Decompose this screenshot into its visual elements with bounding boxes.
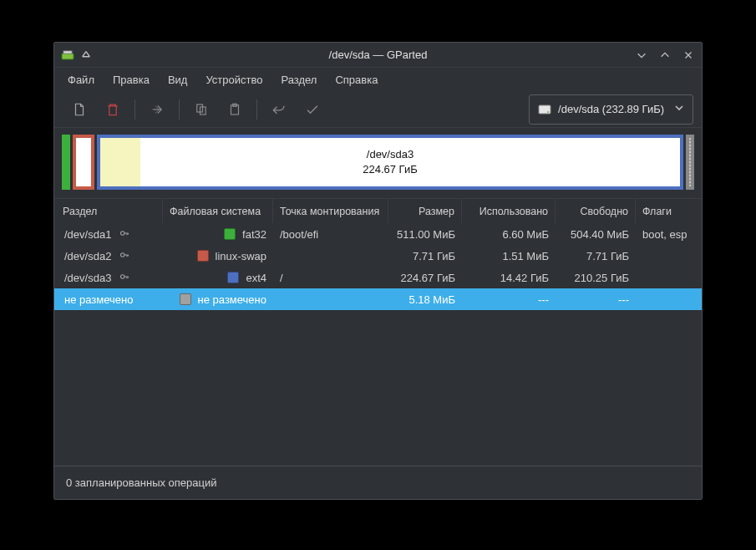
cell-filesystem: не размечено (198, 293, 266, 306)
table-body: /dev/sda1fat32/boot/efi511.00 МиБ6.60 Ми… (54, 223, 702, 310)
status-bar: 0 запланированных операций (54, 466, 702, 499)
svg-rect-0 (62, 53, 74, 59)
cell-filesystem: linux-swap (216, 250, 266, 262)
cell-free: 210.25 ГиБ (556, 272, 636, 284)
titlebar: /dev/sda — GParted (54, 43, 702, 68)
graphic-seg-size: 224.67 ГиБ (363, 162, 417, 177)
cell-partition: /dev/sda1 (64, 228, 111, 241)
maximize-button[interactable] (657, 47, 673, 64)
toolbar-separator (179, 99, 180, 120)
svg-rect-6 (539, 105, 551, 114)
chevron-down-icon (674, 103, 684, 115)
svg-rect-1 (63, 51, 72, 53)
apply-button[interactable] (296, 94, 329, 125)
app-icon (61, 48, 74, 62)
svg-point-10 (121, 275, 125, 279)
pending-operations-label: 0 запланированных операций (66, 476, 217, 489)
svg-point-9 (121, 253, 125, 257)
cell-partition: не размечено (64, 293, 133, 306)
cell-partition: /dev/sda2 (64, 250, 111, 262)
cell-size: 7.71 ГиБ (388, 250, 462, 262)
copy-button[interactable] (185, 94, 218, 125)
paste-button[interactable] (218, 94, 251, 125)
table-row[interactable]: /dev/sda2linux-swap7.71 ГиБ1.51 МиБ7.71 … (54, 245, 702, 267)
resize-move-button[interactable] (140, 94, 174, 125)
cell-size: 511.00 МиБ (388, 228, 462, 241)
menubar: Файл Правка Вид Устройство Раздел Справк… (54, 68, 702, 91)
graphic-seg-unallocated[interactable] (686, 135, 694, 190)
col-partition[interactable]: Раздел (54, 199, 163, 223)
cell-used: 14.42 ГиБ (462, 272, 556, 284)
toolbar: /dev/sda (232.89 ГиБ) (54, 91, 702, 128)
fs-color-swatch (224, 228, 236, 240)
device-selector-label: /dev/sda (232.89 ГиБ) (558, 103, 664, 115)
toolbar-separator (134, 99, 135, 120)
fs-color-swatch (227, 272, 239, 283)
menu-partition[interactable]: Раздел (272, 70, 325, 89)
menu-view[interactable]: Вид (160, 70, 196, 89)
delete-partition-button[interactable] (96, 94, 129, 125)
partition-table: Раздел Файловая система Точка монтирован… (54, 198, 702, 310)
cell-size: 5.18 МиБ (388, 293, 462, 306)
cell-filesystem: fat32 (242, 228, 266, 241)
table-row[interactable]: /dev/sda1fat32/boot/efi511.00 МиБ6.60 Ми… (54, 223, 702, 245)
minimize-button[interactable] (633, 47, 650, 64)
app-window: /dev/sda — GParted Файл Правка Вид Устро… (53, 42, 703, 500)
toolbar-separator (256, 99, 257, 120)
graphic-seg-sda3[interactable]: /dev/sda3 224.67 ГиБ (97, 135, 683, 190)
svg-point-7 (547, 111, 549, 113)
table-row[interactable]: /dev/sda3ext4/224.67 ГиБ14.42 ГиБ210.25 … (54, 267, 702, 288)
lock-key-icon (119, 228, 129, 240)
partition-graphic[interactable]: /dev/sda3 224.67 ГиБ (62, 135, 694, 190)
col-free[interactable]: Свободно (556, 199, 636, 223)
new-partition-button[interactable] (63, 94, 96, 125)
col-size[interactable]: Размер (388, 199, 462, 223)
keep-above-icon[interactable] (79, 48, 93, 62)
drive-harddisk-icon (538, 103, 551, 116)
cell-free: --- (556, 293, 636, 306)
graphic-seg-label: /dev/sda3 (363, 147, 417, 162)
fs-color-swatch (180, 293, 191, 305)
cell-partition: /dev/sda3 (64, 272, 111, 284)
cell-used: 1.51 МиБ (462, 250, 556, 262)
col-flags[interactable]: Флаги (636, 199, 702, 223)
col-mountpoint[interactable]: Точка монтирования (273, 199, 388, 223)
cell-mountpoint: / (273, 272, 388, 284)
cell-filesystem: ext4 (246, 272, 266, 284)
cell-free: 504.40 МиБ (556, 228, 636, 241)
cell-flags: boot, esp (636, 228, 702, 241)
table-row[interactable]: не размеченоне размечено5.18 МиБ------ (54, 288, 702, 310)
graphic-seg-sda1[interactable] (62, 135, 70, 190)
undo-button[interactable] (262, 94, 296, 125)
cell-used: --- (462, 293, 556, 306)
device-selector[interactable]: /dev/sda (232.89 ГиБ) (529, 94, 693, 125)
menu-help[interactable]: Справка (327, 70, 386, 89)
svg-point-8 (121, 232, 125, 236)
graphic-seg-used-fill (100, 138, 140, 186)
cell-size: 224.67 ГиБ (388, 272, 462, 284)
fs-color-swatch (197, 250, 209, 262)
close-button[interactable] (680, 47, 697, 64)
cell-mountpoint: /boot/efi (273, 228, 388, 241)
menu-file[interactable]: Файл (59, 70, 103, 89)
window-title: /dev/sda — GParted (54, 48, 702, 61)
graphic-seg-sda2[interactable] (73, 135, 94, 190)
table-header: Раздел Файловая система Точка монтирован… (54, 198, 702, 223)
col-filesystem[interactable]: Файловая система (163, 199, 273, 223)
cell-free: 7.71 ГиБ (556, 250, 636, 262)
menu-device[interactable]: Устройство (197, 70, 271, 89)
col-used[interactable]: Использовано (462, 199, 556, 223)
menu-edit[interactable]: Правка (104, 70, 158, 89)
lock-key-icon (119, 250, 129, 262)
lock-key-icon (119, 272, 129, 283)
cell-used: 6.60 МиБ (462, 228, 556, 241)
